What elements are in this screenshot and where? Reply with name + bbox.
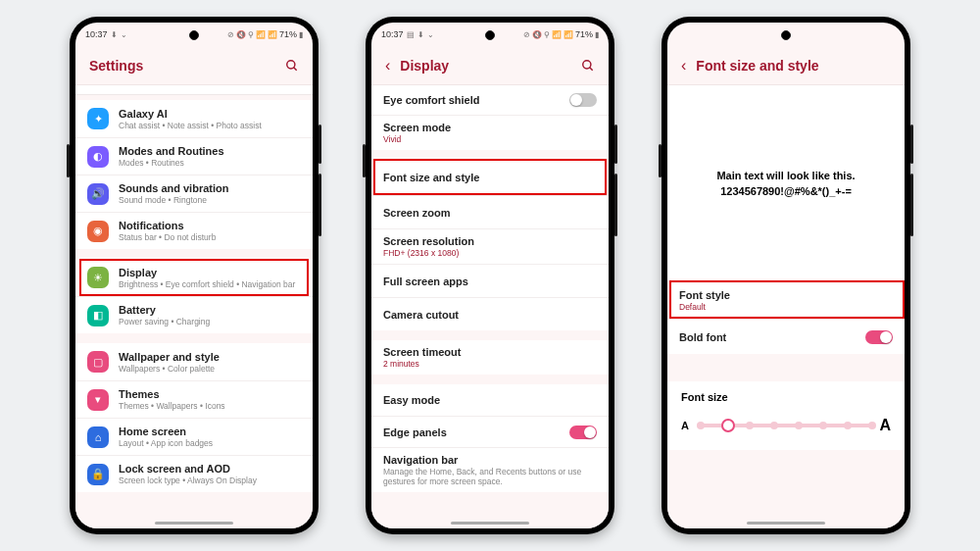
settings-item-home[interactable]: ⌂ Home screenLayout • App icon badges bbox=[75, 418, 313, 455]
battery-icon: ▮ bbox=[595, 30, 599, 39]
back-button[interactable]: ‹ bbox=[681, 58, 686, 74]
item-screen-resolution[interactable]: Screen resolutionFHD+ (2316 x 1080) bbox=[371, 228, 609, 264]
settings-item-lock[interactable]: 🔒 Lock screen and AODScreen lock type • … bbox=[75, 455, 313, 492]
settings-item-modes[interactable]: ◐ Modes and RoutinesModes • Routines bbox=[75, 137, 313, 175]
item-edge-panels[interactable]: Edge panels bbox=[371, 416, 609, 447]
svg-point-2 bbox=[583, 60, 591, 68]
settings-item-galaxy-ai[interactable]: ✦ Galaxy AIChat assist • Note assist • P… bbox=[75, 100, 313, 137]
home-indicator[interactable] bbox=[747, 522, 825, 525]
battery-pct: 71% bbox=[279, 29, 297, 39]
download-icon: ⬇ bbox=[417, 30, 424, 39]
page-title: Settings bbox=[89, 58, 285, 74]
phone-frame-1: 10:37 ⬇ ⌄ ⊘ 🔇 ⚲ 📶 📶 71% ▮ Settings bbox=[70, 17, 318, 534]
item-screen-mode[interactable]: Screen modeVivid bbox=[371, 115, 609, 150]
battery-pct: 71% bbox=[575, 29, 593, 39]
home-indicator[interactable] bbox=[155, 522, 233, 525]
settings-item-themes[interactable]: ▾ ThemesThemes • Wallpapers • Icons bbox=[75, 380, 313, 418]
svg-point-0 bbox=[287, 60, 295, 68]
battery-icon: ▮ bbox=[299, 30, 303, 39]
camera-hole bbox=[781, 30, 791, 40]
notification-icon: ▤ bbox=[407, 30, 415, 39]
wifi-off-icon: ⊘ bbox=[523, 30, 530, 39]
phone-frame-3: ‹ Font size and style Main text will loo… bbox=[662, 17, 910, 534]
header: ‹ Font size and style bbox=[667, 46, 905, 85]
page-title: Font size and style bbox=[696, 58, 891, 74]
svg-line-1 bbox=[294, 67, 297, 70]
settings-item-display[interactable]: ☀ DisplayBrightness • Eye comfort shield… bbox=[75, 259, 313, 296]
wallpaper-icon: ▢ bbox=[87, 351, 109, 373]
signal-icon: 📶 bbox=[256, 30, 266, 39]
item-screen-timeout[interactable]: Screen timeout2 minutes bbox=[371, 340, 609, 375]
signal-icon: 📶 bbox=[564, 30, 573, 39]
header: Settings bbox=[75, 46, 313, 85]
settings-item-battery[interactable]: ◧ BatteryPower saving • Charging bbox=[75, 296, 313, 333]
slider-thumb[interactable] bbox=[721, 419, 735, 432]
settings-item-wallpaper[interactable]: ▢ Wallpaper and styleWallpapers • Color … bbox=[75, 343, 313, 380]
camera-hole bbox=[189, 30, 199, 40]
routines-icon: ◐ bbox=[87, 146, 109, 168]
themes-icon: ▾ bbox=[87, 389, 109, 411]
search-icon[interactable] bbox=[581, 59, 595, 73]
toggle-bold-font[interactable] bbox=[865, 330, 893, 344]
bluetooth-icon: ⚲ bbox=[248, 30, 254, 39]
signal-icon: 📶 bbox=[268, 30, 277, 39]
item-screen-zoom[interactable]: Screen zoom bbox=[371, 195, 609, 228]
sparkle-icon: ✦ bbox=[87, 108, 109, 129]
font-large-icon: A bbox=[879, 417, 891, 434]
item-font-style[interactable]: Font styleDefault bbox=[667, 281, 905, 319]
home-indicator[interactable] bbox=[451, 522, 529, 525]
header: ‹ Display bbox=[371, 46, 609, 85]
display-icon: ☀ bbox=[87, 267, 109, 288]
phone-frame-2: 10:37 ▤ ⬇ ⌄ ⊘ 🔇 ⚲ 📶 📶 71% ▮ ‹ Display bbox=[366, 17, 614, 534]
notification-icon: ◉ bbox=[87, 221, 109, 242]
item-navigation-bar[interactable]: Navigation barManage the Home, Back, and… bbox=[371, 447, 609, 492]
back-button[interactable]: ‹ bbox=[385, 58, 390, 74]
toggle-eye-comfort[interactable] bbox=[569, 93, 597, 107]
svg-line-3 bbox=[590, 67, 593, 70]
page-title: Display bbox=[400, 58, 581, 74]
mute-icon: 🔇 bbox=[532, 30, 542, 39]
search-icon[interactable] bbox=[285, 59, 299, 73]
item-eye-comfort[interactable]: Eye comfort shield bbox=[371, 85, 609, 115]
mute-icon: 🔇 bbox=[236, 30, 246, 39]
settings-item-notifications[interactable]: ◉ NotificationsStatus bar • Do not distu… bbox=[75, 212, 313, 249]
font-size-slider[interactable] bbox=[697, 424, 871, 427]
wifi-off-icon: ⊘ bbox=[227, 30, 234, 39]
toggle-edge-panels[interactable] bbox=[569, 426, 597, 439]
item-easy-mode[interactable]: Easy mode bbox=[371, 384, 609, 416]
sound-icon: 🔊 bbox=[87, 183, 109, 205]
status-time: 10:37 bbox=[85, 29, 108, 39]
item-full-screen-apps[interactable]: Full screen apps bbox=[371, 264, 609, 297]
clock-icon: ⌄ bbox=[427, 30, 434, 39]
item-camera-cutout[interactable]: Camera cutout bbox=[371, 297, 609, 330]
lock-icon: 🔒 bbox=[87, 464, 109, 485]
font-small-icon: A bbox=[681, 420, 689, 431]
home-icon: ⌂ bbox=[87, 426, 109, 448]
font-size-slider-area: Font size A A bbox=[667, 381, 905, 450]
bluetooth-icon: ⚲ bbox=[544, 30, 550, 39]
download-icon: ⬇ bbox=[111, 30, 118, 39]
font-preview: Main text will look like this. 123456789… bbox=[667, 85, 905, 281]
camera-hole bbox=[485, 30, 495, 40]
signal-icon: 📶 bbox=[552, 30, 562, 39]
settings-item-sounds[interactable]: 🔊 Sounds and vibrationSound mode • Ringt… bbox=[75, 175, 313, 212]
item-bold-font[interactable]: Bold font bbox=[667, 319, 905, 354]
item-font-size-style[interactable]: Font size and style bbox=[371, 160, 609, 195]
clock-icon: ⌄ bbox=[121, 30, 127, 39]
battery-icon: ◧ bbox=[87, 305, 109, 326]
status-time: 10:37 bbox=[381, 29, 404, 39]
font-size-label: Font size bbox=[681, 391, 891, 403]
